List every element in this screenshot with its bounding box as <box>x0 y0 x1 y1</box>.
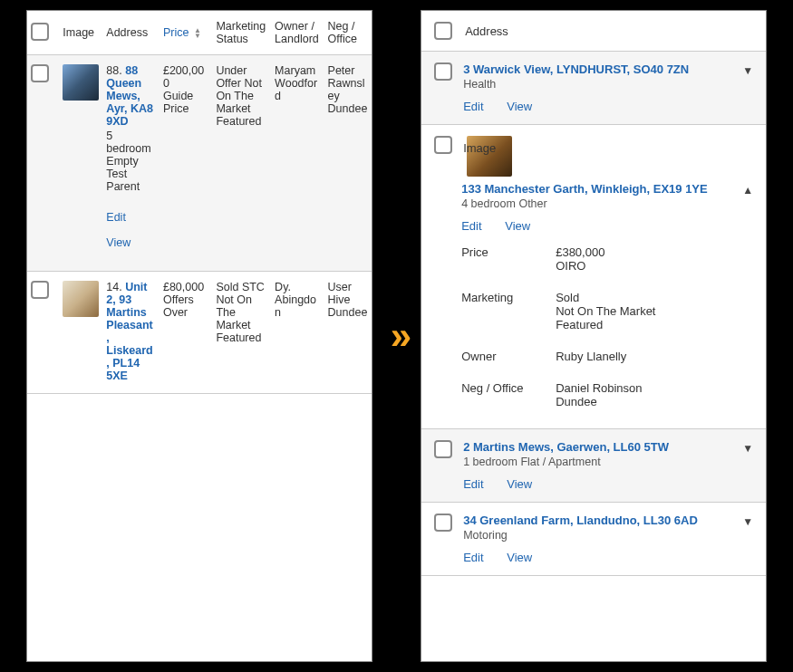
neg-office: Peter Rawnsley Dundee <box>324 55 372 272</box>
row-checkbox[interactable] <box>434 440 452 458</box>
detail-value: SoldNot On The MarketFeatured <box>556 291 733 331</box>
table-row: 14. Unit 2, 93 Martins Pleasant, Liskear… <box>27 272 372 394</box>
transition-arrow-icon: » <box>391 320 402 352</box>
detail-value: £380,000OIRO <box>556 245 733 273</box>
owner-name: Dy. Abingdon <box>271 272 324 394</box>
view-link[interactable]: View <box>507 551 532 564</box>
marketing-status: Under Offer Not On The Market Featured <box>212 55 271 272</box>
owner-name: Maryam Woodford <box>271 55 324 272</box>
col-price[interactable]: Price ▲▼ <box>160 11 212 55</box>
select-all-checkbox[interactable] <box>31 23 49 41</box>
col-address: Address <box>102 11 160 55</box>
row-checkbox[interactable] <box>434 62 452 81</box>
chevron-up-icon[interactable]: ▲ <box>742 182 753 197</box>
detail-label: Owner <box>461 350 556 363</box>
table-header-row: Image Address Price ▲▼ Marketing Status … <box>27 11 372 55</box>
chevron-down-icon[interactable]: ▼ <box>742 62 753 77</box>
select-all-checkbox[interactable] <box>434 22 452 40</box>
details-block: Price£380,000OIRO MarketingSoldNot On Th… <box>461 236 733 418</box>
property-address-link[interactable]: 34 Greenland Farm, Llandudno, LL30 6AD <box>463 514 698 527</box>
property-summary: Motoring <box>463 529 731 542</box>
property-card: 34 Greenland Farm, Llandudno, LL30 6AD M… <box>421 503 766 576</box>
property-card: 3 Warwick View, LYNDHURST, SO40 7ZN Heal… <box>421 52 766 125</box>
row-checkbox[interactable] <box>434 136 452 154</box>
row-checkbox[interactable] <box>31 64 49 82</box>
view-link[interactable]: View <box>106 236 156 249</box>
detail-value: Daniel RobinsonDundee <box>556 381 733 408</box>
col-owner: Owner / Landlord <box>271 11 324 55</box>
col-marketing: Marketing Status <box>212 11 271 55</box>
detail-label: Marketing <box>461 291 556 331</box>
property-card: Image 133 Manchester Garth, Winkleigh, E… <box>421 125 766 429</box>
property-address-link[interactable]: 3 Warwick View, LYNDHURST, SO40 7ZN <box>463 62 689 76</box>
edit-link[interactable]: Edit <box>106 211 156 224</box>
property-address-link[interactable]: 2 Martins Mews, Gaerwen, LL60 5TW <box>463 440 669 454</box>
col-neg: Neg / Office <box>324 11 372 55</box>
property-address-link[interactable]: 133 Manchester Garth, Winkleigh, EX19 1Y… <box>461 182 708 196</box>
row-checkbox[interactable] <box>31 281 49 299</box>
property-thumbnail[interactable] <box>63 281 99 317</box>
price-qualifier: Guide Price <box>163 90 208 115</box>
image-label: Image <box>463 141 496 155</box>
property-address-link[interactable]: Unit 2, 93 Martins Pleasant, Liskeard, P… <box>106 281 152 382</box>
detail-label: Neg / Office <box>461 381 556 408</box>
table-row: 88. 88 Queen Mews, Ayr, KA8 9XD 5 bedroo… <box>27 55 372 272</box>
neg-office: User Hive Dundee <box>324 272 372 394</box>
price-value: £200,000 <box>163 64 208 90</box>
property-summary: 5 bedroom Empty Test Parent <box>106 130 156 193</box>
header-label: Address <box>465 24 508 38</box>
view-link[interactable]: View <box>507 477 532 491</box>
view-link[interactable]: View <box>505 219 530 233</box>
property-card: 2 Martins Mews, Gaerwen, LL60 5TW 1 bedr… <box>421 429 766 503</box>
price-value: £80,000 <box>163 281 208 293</box>
property-summary: Health <box>463 78 731 91</box>
chevron-down-icon[interactable]: ▼ <box>742 440 753 455</box>
chevron-down-icon[interactable]: ▼ <box>742 514 753 528</box>
right-panel: Address 3 Warwick View, LYNDHURST, SO40 … <box>421 10 767 662</box>
detail-label: Price <box>461 245 556 273</box>
property-summary: 1 bedroom Flat / Apartment <box>463 456 731 468</box>
properties-table: Image Address Price ▲▼ Marketing Status … <box>27 11 372 394</box>
edit-link[interactable]: Edit <box>463 477 483 491</box>
view-link[interactable]: View <box>507 100 532 113</box>
col-image: Image <box>59 11 102 55</box>
edit-link[interactable]: Edit <box>461 219 481 233</box>
edit-link[interactable]: Edit <box>463 100 483 113</box>
property-summary: 4 bedroom Other <box>461 197 733 210</box>
edit-link[interactable]: Edit <box>463 551 483 564</box>
marketing-status: Sold STC Not On The Market Featured <box>212 272 271 394</box>
detail-value: Ruby Llanelly <box>556 350 733 363</box>
sort-icon: ▲▼ <box>194 28 201 39</box>
price-qualifier: Offers Over <box>163 293 208 319</box>
left-panel: Image Address Price ▲▼ Marketing Status … <box>26 10 372 662</box>
right-header: Address <box>421 11 766 52</box>
property-thumbnail[interactable] <box>63 64 99 101</box>
row-checkbox[interactable] <box>434 514 452 532</box>
